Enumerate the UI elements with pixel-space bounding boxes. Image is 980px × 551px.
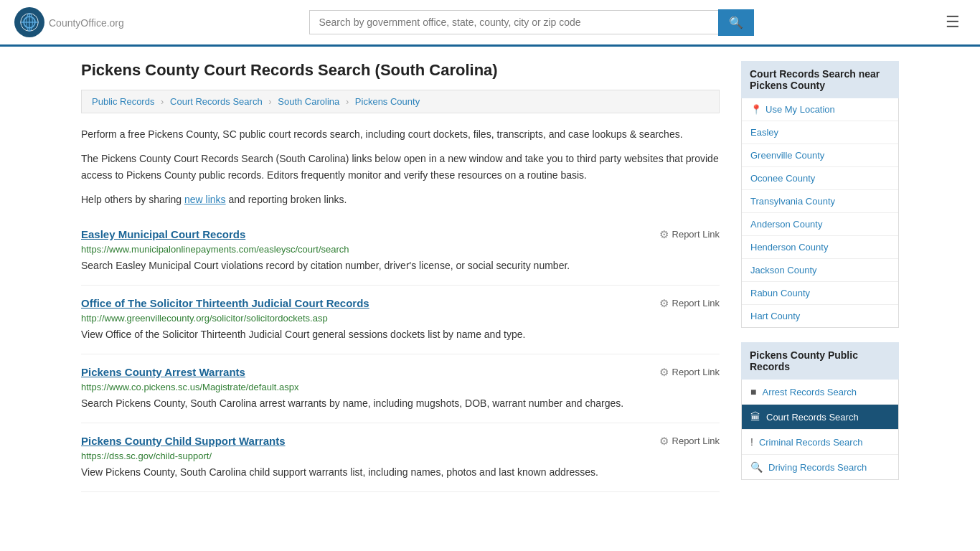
result-url-1: http://www.greenvillecounty.org/solicito… [81,313,720,324]
nearby-link-1[interactable]: Easley [742,121,898,143]
pub-record-link-0[interactable]: ■Arrest Records Search [742,380,898,404]
result-desc-1: View Office of the Solicitor Thirteenth … [81,327,720,342]
nearby-item-1: Easley [742,121,898,144]
result-header: Pickens County Arrest Warrants ⚙ Report … [81,366,720,379]
results-list: Easley Municipal Court Records ⚙ Report … [81,217,720,492]
main-container: Pickens County Court Records Search (Sou… [60,47,920,509]
content-area: Pickens County Court Records Search (Sou… [81,61,720,494]
report-link-3[interactable]: ⚙ Report Link [659,435,720,448]
nearby-item-8: Rabun County [742,282,898,305]
result-url-0: https://www.municipalonlinepayments.com/… [81,244,720,255]
header-right: ☰ [940,10,966,34]
menu-button[interactable]: ☰ [940,10,966,34]
search-area: 🔍 [309,9,754,36]
location-icon: 📍 [750,104,762,115]
search-button[interactable]: 🔍 [718,9,754,36]
breadcrumb-court-records[interactable]: Court Records Search [170,96,263,107]
pub-record-link-3[interactable]: 🔍Driving Records Search [742,455,898,479]
logo-text: CountyOffice.org [49,15,124,30]
description-2: The Pickens County Court Records Search … [81,151,720,183]
rec-icon-0: ■ [750,386,756,397]
result-header: Easley Municipal Court Records ⚙ Report … [81,228,720,241]
nearby-heading: Court Records Search near Pickens County [741,61,899,98]
result-item: Pickens County Child Support Warrants ⚙ … [81,423,720,492]
nearby-item-9: Hart County [742,305,898,327]
header: CountyOffice.org 🔍 ☰ [0,0,980,47]
result-desc-2: Search Pickens County, South Carolina ar… [81,396,720,411]
public-records-section: Pickens County Public Records ■Arrest Re… [741,342,899,480]
nearby-link-2[interactable]: Greenville County [742,144,898,166]
nearby-item-4: Transylvania County [742,190,898,213]
nearby-link-4[interactable]: Transylvania County [742,190,898,212]
nearby-link-6[interactable]: Henderson County [742,236,898,258]
pub-record-link-1[interactable]: 🏛Court Records Search [742,405,898,429]
rec-icon-3: 🔍 [750,461,763,473]
public-records-heading: Pickens County Public Records [741,342,899,380]
pub-record-link-2[interactable]: !Criminal Records Search [742,430,898,454]
description-3: Help others by sharing new links and rep… [81,192,720,207]
nearby-link-8[interactable]: Rabun County [742,282,898,304]
page-title: Pickens County Court Records Search (Sou… [81,61,720,80]
public-records-list: ■Arrest Records Search🏛Court Records Sea… [741,380,899,480]
pub-record-item-1: 🏛Court Records Search [742,405,898,430]
report-icon-0: ⚙ [659,228,669,241]
report-link-2[interactable]: ⚙ Report Link [659,366,720,379]
nearby-section: Court Records Search near Pickens County… [741,61,899,328]
result-item: Office of The Solicitor Thirteenth Judic… [81,286,720,354]
nearby-link-3[interactable]: Oconee County [742,167,898,189]
result-desc-3: View Pickens County, South Carolina chil… [81,465,720,480]
new-links-link[interactable]: new links [184,194,226,205]
result-item: Easley Municipal Court Records ⚙ Report … [81,217,720,286]
result-title-0[interactable]: Easley Municipal Court Records [81,228,245,240]
result-url-2: https://www.co.pickens.sc.us/Magistrate/… [81,382,720,392]
pub-record-item-3: 🔍Driving Records Search [742,455,898,479]
pub-record-item-2: !Criminal Records Search [742,430,898,455]
description-1: Perform a free Pickens County, SC public… [81,126,720,142]
breadcrumb-pickens-county[interactable]: Pickens County [355,96,420,107]
breadcrumb-south-carolina[interactable]: South Carolina [278,96,339,107]
nearby-link-5[interactable]: Anderson County [742,213,898,235]
report-link-0[interactable]: ⚙ Report Link [659,228,720,241]
result-title-2[interactable]: Pickens County Arrest Warrants [81,366,245,378]
nearby-list: 📍Use My LocationEasleyGreenville CountyO… [741,98,899,328]
nearby-item-5: Anderson County [742,213,898,236]
report-icon-1: ⚙ [659,297,669,310]
nearby-link-7[interactable]: Jackson County [742,259,898,281]
rec-icon-1: 🏛 [750,411,760,423]
nearby-item-7: Jackson County [742,259,898,282]
report-icon-3: ⚙ [659,435,669,448]
sidebar: Court Records Search near Pickens County… [741,61,899,494]
search-input[interactable] [309,10,718,34]
result-desc-0: Search Easley Municipal Court violations… [81,258,720,273]
result-header: Office of The Solicitor Thirteenth Judic… [81,297,720,310]
result-url-3: https://dss.sc.gov/child-support/ [81,451,720,461]
nearby-item-0: 📍Use My Location [742,98,898,121]
logo-area: CountyOffice.org [14,7,124,37]
result-title-1[interactable]: Office of The Solicitor Thirteenth Judic… [81,297,369,309]
result-title-3[interactable]: Pickens County Child Support Warrants [81,435,285,447]
nearby-item-3: Oconee County [742,167,898,190]
result-item: Pickens County Arrest Warrants ⚙ Report … [81,354,720,423]
breadcrumb: Public Records › Court Records Search › … [81,90,720,113]
nearby-item-2: Greenville County [742,144,898,167]
rec-icon-2: ! [750,436,753,448]
nearby-item-6: Henderson County [742,236,898,259]
use-my-location-link[interactable]: 📍Use My Location [742,98,898,121]
report-icon-2: ⚙ [659,366,669,379]
logo-icon [14,7,44,37]
breadcrumb-public-records[interactable]: Public Records [92,96,154,107]
report-link-1[interactable]: ⚙ Report Link [659,297,720,310]
pub-record-item-0: ■Arrest Records Search [742,380,898,405]
result-header: Pickens County Child Support Warrants ⚙ … [81,435,720,448]
nearby-link-9[interactable]: Hart County [742,305,898,327]
